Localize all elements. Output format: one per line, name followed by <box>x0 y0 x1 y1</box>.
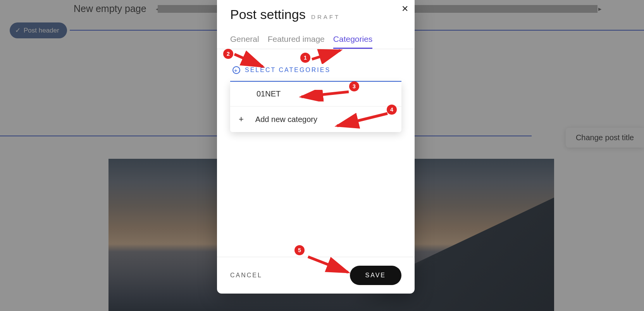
cancel-button[interactable]: CANCEL <box>230 272 262 279</box>
annotation-arrow-icon <box>310 48 345 64</box>
svg-line-1 <box>234 54 263 67</box>
svg-line-4 <box>308 257 348 272</box>
svg-line-3 <box>337 113 387 126</box>
modal-body: + SELECT CATEGORIES 01NET + Add new cate… <box>217 49 415 257</box>
save-button[interactable]: SAVE <box>350 266 402 285</box>
tab-categories[interactable]: Categories <box>333 34 373 49</box>
annotation-badge-1: 1 <box>300 53 310 63</box>
tab-featured-image[interactable]: Featured image <box>268 34 325 49</box>
annotation-arrow-icon <box>306 254 353 277</box>
post-settings-modal: ✕ Post settings DRAFT General Featured i… <box>217 0 415 294</box>
annotation-badge-4: 4 <box>387 105 397 115</box>
annotation-badge-3: 3 <box>349 81 359 91</box>
modal-title: Post settings <box>230 7 306 22</box>
annotation-arrow-icon <box>298 90 353 101</box>
tab-general[interactable]: General <box>230 34 259 49</box>
add-new-category-label: Add new category <box>255 115 317 124</box>
annotation-badge-5: 5 <box>294 245 305 255</box>
plus-icon: + <box>239 114 244 124</box>
modal-header: Post settings DRAFT <box>217 0 415 22</box>
svg-line-0 <box>312 50 340 59</box>
annotation-badge-2: 2 <box>223 49 233 59</box>
modal-tabs: General Featured image Categories <box>217 22 415 49</box>
svg-line-2 <box>301 92 349 97</box>
annotation-arrow-icon <box>232 50 267 70</box>
annotation-arrow-icon <box>333 110 391 130</box>
modal-status-badge: DRAFT <box>311 14 340 20</box>
close-icon[interactable]: ✕ <box>401 4 408 14</box>
